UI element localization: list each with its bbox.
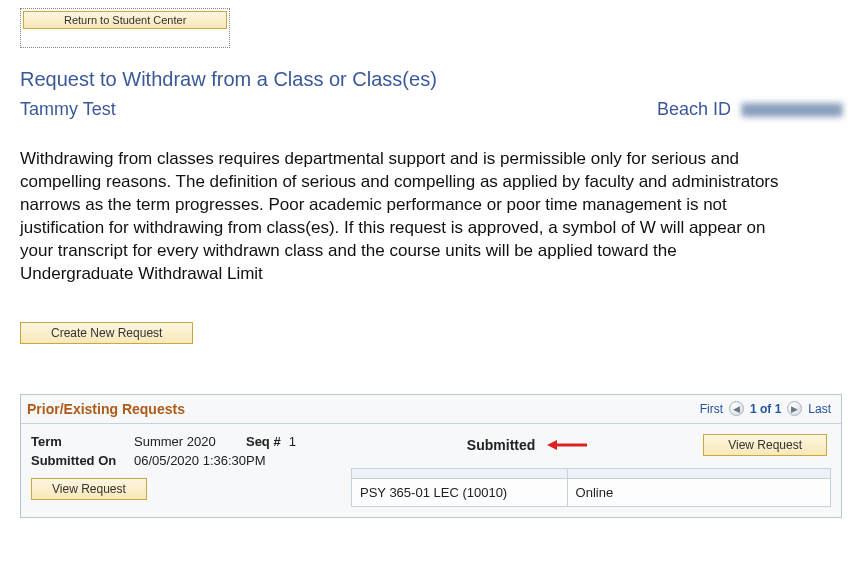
beach-id-label: Beach ID: [657, 99, 842, 120]
request-details: Term Summer 2020 Seq # 1 Submitted On 06…: [31, 434, 331, 507]
table-header-row: [352, 468, 831, 478]
prior-requests-section: Prior/Existing Requests First ◀ 1 of 1 ▶…: [20, 394, 842, 518]
submitted-on-label: Submitted On: [31, 453, 126, 468]
table-row: PSY 365-01 LEC (10010) Online: [352, 478, 831, 506]
pager-last: Last: [808, 402, 831, 416]
seq-value: 1: [289, 434, 296, 449]
submitted-on-value: 06/05/2020 1:36:30PM: [134, 453, 266, 468]
pager-first: First: [700, 402, 723, 416]
return-to-student-center-button[interactable]: Return to Student Center: [23, 11, 227, 29]
class-mode-cell: Online: [567, 478, 830, 506]
term-value: Summer 2020: [134, 434, 216, 449]
prior-requests-title: Prior/Existing Requests: [27, 401, 185, 417]
term-label: Term: [31, 434, 126, 449]
svg-marker-1: [547, 440, 557, 450]
pager: First ◀ 1 of 1 ▶ Last: [700, 401, 831, 416]
withdrawal-policy-text: Withdrawing from classes requires depart…: [20, 148, 780, 286]
student-name: Tammy Test: [20, 99, 116, 120]
pager-prev-button[interactable]: ◀: [729, 401, 744, 416]
create-new-request-button[interactable]: Create New Request: [20, 322, 193, 344]
pager-range: 1 of 1: [750, 402, 781, 416]
class-table: PSY 365-01 LEC (10010) Online: [351, 468, 831, 507]
view-request-button-left[interactable]: View Request: [31, 478, 147, 500]
class-course-cell: PSY 365-01 LEC (10010): [352, 478, 568, 506]
pager-next-button[interactable]: ▶: [787, 401, 802, 416]
status-label: Submitted: [467, 437, 535, 453]
annotation-arrow-icon: [547, 438, 587, 452]
beach-id-value-redacted: [742, 103, 842, 117]
page-title: Request to Withdraw from a Class or Clas…: [20, 68, 842, 91]
view-request-button-right[interactable]: View Request: [703, 434, 827, 456]
seq-label: Seq #: [236, 434, 281, 449]
